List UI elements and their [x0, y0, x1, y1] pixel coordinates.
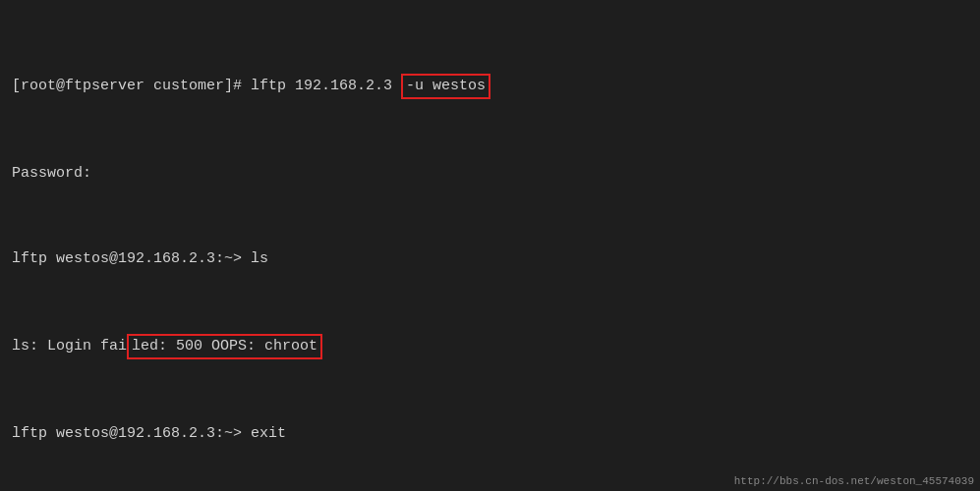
err1-prefix: ls: Login fai — [12, 336, 127, 357]
line-exit1: lftp westos@192.168.2.3:~> exit — [12, 423, 968, 445]
terminal: [root@ftpserver customer]# lftp 192.168.… — [0, 0, 980, 491]
highlight-chroot: led: 500 OOPS: chroot — [127, 334, 322, 359]
lftp1-text: lftp westos@192.168.2.3:~> ls — [12, 248, 268, 270]
cmd1-text: [root@ftpserver customer]# lftp 192.168.… — [12, 76, 401, 97]
line-cmd1: [root@ftpserver customer]# lftp 192.168.… — [12, 74, 968, 99]
line-pass1: Password: — [12, 163, 968, 185]
highlight-westos: -u westos — [401, 74, 490, 99]
exit1-text: lftp westos@192.168.2.3:~> exit — [12, 423, 286, 445]
line-err1: ls: Login failed: 500 OOPS: chroot — [12, 334, 968, 359]
line-lftp1: lftp westos@192.168.2.3:~> ls — [12, 248, 968, 270]
pass1-text: Password: — [12, 163, 91, 185]
watermark: http://bbs.cn-dos.net/weston_45574039 — [734, 475, 974, 487]
